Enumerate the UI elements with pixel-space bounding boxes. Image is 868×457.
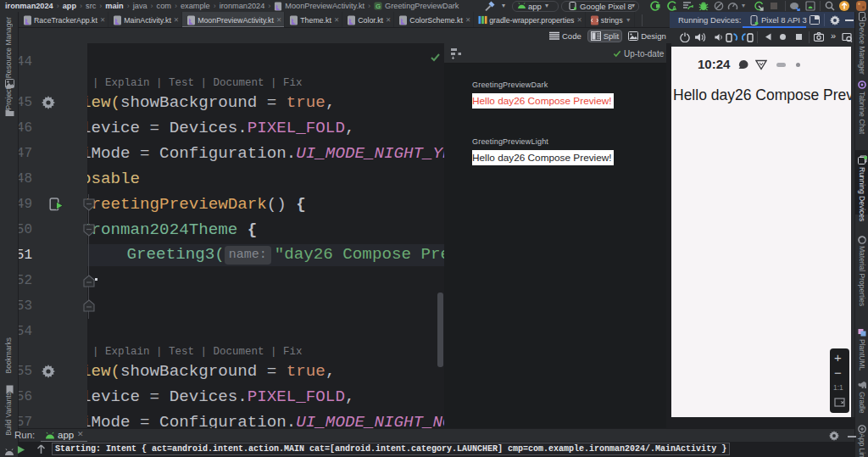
svg-text:G: G bbox=[376, 3, 381, 10]
svg-text:A: A bbox=[672, 5, 676, 11]
